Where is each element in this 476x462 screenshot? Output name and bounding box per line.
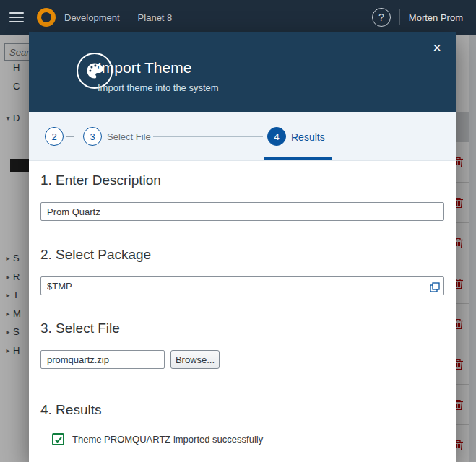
result-row: Theme PROMQUARTZ imported successfully xyxy=(52,433,263,445)
description-heading: 1. Enter Description xyxy=(40,173,161,188)
step-4-circle[interactable]: 4 xyxy=(267,127,286,146)
top-bar: Development Planet 8 ? Morten Prom xyxy=(0,0,476,35)
close-icon[interactable]: × xyxy=(428,39,446,56)
divider xyxy=(129,9,129,25)
browse-button[interactable]: Browse... xyxy=(170,350,220,369)
dialog-header: Import Theme Import theme into the syste… xyxy=(29,32,456,112)
file-name-input[interactable] xyxy=(40,350,165,369)
import-theme-dialog: Import Theme Import theme into the syste… xyxy=(29,32,456,462)
step-3-circle[interactable]: 3 xyxy=(83,127,102,146)
success-checkbox-icon xyxy=(52,433,64,445)
screen: Development Planet 8 ? Morten Prom H C ▾… xyxy=(0,0,476,462)
divider xyxy=(399,9,400,25)
package-heading: 2. Select Package xyxy=(40,247,151,263)
step-connector xyxy=(66,136,74,137)
dialog-title: Import Theme xyxy=(98,59,191,77)
menu-icon[interactable] xyxy=(9,12,24,22)
value-help-icon[interactable] xyxy=(428,280,442,295)
file-heading: 3. Select File xyxy=(40,321,120,336)
active-step-underline xyxy=(264,157,332,160)
package-input[interactable] xyxy=(40,276,444,295)
wizard-steps-bar: 2 3 Select File 4 Results xyxy=(29,112,456,161)
results-heading: 4. Results xyxy=(40,402,101,418)
environment-label: Development xyxy=(64,12,120,23)
dialog-subtitle: Import theme into the system xyxy=(98,82,219,93)
brand-logo-icon xyxy=(37,8,56,27)
description-input[interactable] xyxy=(40,202,444,221)
divider xyxy=(363,9,363,25)
step-3-label: Select File xyxy=(107,131,151,142)
help-icon[interactable]: ? xyxy=(372,8,391,27)
result-message: Theme PROMQUARTZ imported successfully xyxy=(72,434,263,445)
dialog-body: 1. Enter Description 2. Select Package 3… xyxy=(29,161,456,462)
step-2-circle[interactable]: 2 xyxy=(45,127,64,146)
system-label: Planet 8 xyxy=(138,12,173,23)
user-menu[interactable]: Morten Prom xyxy=(409,12,463,23)
step-4-label: Results xyxy=(291,131,325,143)
step-connector xyxy=(153,136,263,137)
